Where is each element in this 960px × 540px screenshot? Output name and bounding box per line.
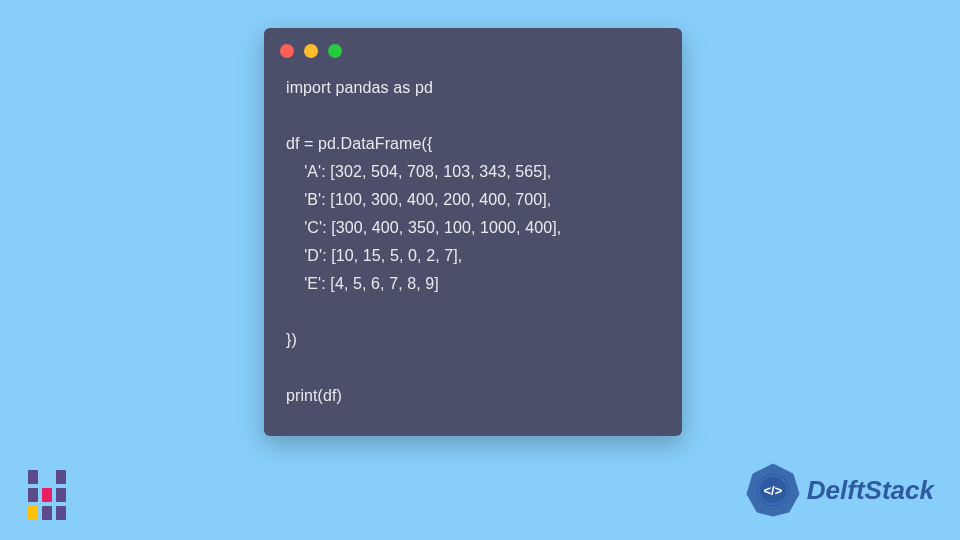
code-icon: </> <box>745 462 801 518</box>
close-dot-icon <box>280 44 294 58</box>
code-window: import pandas as pd df = pd.DataFrame({ … <box>264 28 682 436</box>
code-content: import pandas as pd df = pd.DataFrame({ … <box>264 64 682 418</box>
window-titlebar <box>264 28 682 64</box>
maximize-dot-icon <box>328 44 342 58</box>
delftstack-badge-icon: </> <box>745 462 801 518</box>
minimize-dot-icon <box>304 44 318 58</box>
pandas-logo-icon <box>28 470 76 520</box>
brand-name: DelftStack <box>807 475 934 506</box>
delftstack-logo: </> DelftStack <box>745 462 934 518</box>
